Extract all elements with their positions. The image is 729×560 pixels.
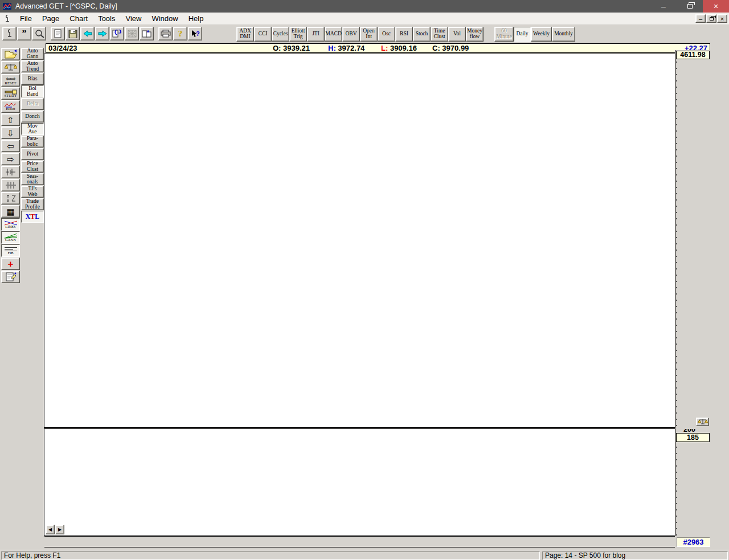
study-bias[interactable]: Bias bbox=[21, 73, 44, 85]
indicator-jti[interactable]: JTI bbox=[307, 27, 325, 42]
restore-button[interactable] bbox=[677, 0, 703, 13]
next-page-button[interactable] bbox=[95, 27, 109, 40]
study-pivot[interactable]: Pivot bbox=[21, 148, 44, 160]
minimize-button[interactable]: – bbox=[650, 0, 677, 13]
grid-tool-disabled-button bbox=[125, 27, 139, 40]
indicator-macd[interactable]: MACD bbox=[325, 27, 342, 42]
timeframe-daily[interactable]: Daily bbox=[514, 27, 531, 42]
indicator-stoch[interactable]: Stoch bbox=[413, 27, 431, 42]
properties-button[interactable] bbox=[1, 271, 20, 283]
study-xtl[interactable]: XTL bbox=[21, 211, 44, 223]
close-button[interactable]: × bbox=[703, 0, 729, 13]
oscillator-axis[interactable]: 200 185 bbox=[675, 429, 710, 536]
gann-button[interactable]: GANN bbox=[1, 231, 20, 244]
log-scale-button[interactable] bbox=[696, 418, 709, 426]
study-button-column: AutoGannAutoTrendBiasBolBandDeltaDonchMo… bbox=[21, 48, 44, 223]
fib-button[interactable]: FIB bbox=[1, 244, 20, 257]
study-movave[interactable]: MovAve bbox=[21, 123, 44, 135]
projected-high-value: 4611.98 bbox=[676, 51, 710, 59]
toolbar: ”*?? ADXDMICCICyclesElliottTrigJTIMACDOB… bbox=[0, 25, 729, 43]
close-value: C: 3970.99 bbox=[432, 44, 469, 52]
indicator-rsi[interactable]: RSI bbox=[395, 27, 413, 42]
open-chart-button[interactable] bbox=[1, 48, 20, 60]
menu-tools[interactable]: Tools bbox=[93, 13, 120, 24]
study-autogann[interactable]: AutoGann bbox=[21, 48, 44, 60]
menu-window[interactable]: Window bbox=[146, 13, 183, 24]
oscillator-chart[interactable] bbox=[44, 429, 675, 536]
compress-bars-button[interactable] bbox=[1, 166, 20, 178]
study-seas-onals[interactable]: Seas-onals bbox=[21, 173, 44, 185]
context-help-button[interactable]: ? bbox=[188, 27, 202, 40]
menu-file[interactable]: File bbox=[15, 13, 37, 24]
menu-bar: FilePageChartToolsViewWindowHelp – × bbox=[0, 13, 729, 25]
study-button[interactable]: STUDY bbox=[1, 87, 20, 100]
child-minimize-button[interactable]: – bbox=[695, 14, 706, 23]
study-para-bolic[interactable]: Para-bolic bbox=[21, 136, 44, 148]
arrow-up-button[interactable]: ⇧ bbox=[1, 113, 20, 126]
arrow-down-button[interactable]: ⇩ bbox=[1, 126, 20, 139]
menu-view[interactable]: View bbox=[120, 13, 146, 24]
prev-page-icon bbox=[83, 30, 93, 38]
price-axis[interactable]: 4611.98 bbox=[675, 50, 710, 427]
print-button[interactable] bbox=[158, 27, 173, 40]
indicator-vol[interactable]: Vol bbox=[448, 27, 466, 42]
elliott-button[interactable]: Elliott bbox=[1, 100, 20, 113]
indicator-cci[interactable]: CCI bbox=[254, 27, 272, 42]
quote-date: 03/24/23 bbox=[48, 44, 77, 52]
menu-chart[interactable]: Chart bbox=[64, 13, 93, 24]
menu-page[interactable]: Page bbox=[37, 13, 64, 24]
study-autotrend[interactable]: AutoTrend bbox=[21, 60, 44, 72]
fib-label: FIB bbox=[7, 251, 13, 255]
help-button[interactable]: ? bbox=[173, 27, 187, 40]
indicator-moneyflow[interactable]: Moneyflow bbox=[466, 27, 484, 42]
price-axis-minor-ticks bbox=[676, 50, 677, 427]
pin-tool-button[interactable] bbox=[2, 27, 17, 40]
grid-icon: ▦ bbox=[6, 207, 14, 216]
study-priceclust[interactable]: PriceClust bbox=[21, 161, 44, 173]
tab-scroll-left-button[interactable]: ◀ bbox=[46, 525, 55, 534]
magnify-tool-button[interactable] bbox=[32, 27, 46, 40]
indicator-osc[interactable]: Osc bbox=[378, 27, 395, 42]
study-donch[interactable]: Donch bbox=[21, 111, 44, 122]
scales-button[interactable] bbox=[1, 61, 20, 73]
expand-bars-button[interactable] bbox=[1, 179, 20, 191]
quote-tool-button[interactable]: ” bbox=[17, 27, 31, 40]
magnify-tool-icon bbox=[34, 29, 44, 38]
indicator-obv[interactable]: OBV bbox=[342, 27, 360, 42]
title-bar: Advanced GET - [^GSPC, Daily] – × bbox=[0, 0, 729, 13]
refresh-page-button[interactable] bbox=[110, 27, 124, 40]
lines-button[interactable]: LINES bbox=[1, 218, 20, 231]
child-restore-button[interactable] bbox=[706, 14, 716, 23]
timeframe-weekly[interactable]: Weekly bbox=[531, 27, 552, 42]
child-restore-icon bbox=[710, 17, 714, 21]
arrow-left-button[interactable]: ⇦ bbox=[1, 140, 20, 152]
advanced-get-window: Advanced GET - [^GSPC, Daily] – × FilePa… bbox=[0, 0, 729, 560]
arrow-right-button[interactable]: ⇨ bbox=[1, 153, 20, 165]
reset-button[interactable]: ⇦⇨RESET bbox=[1, 74, 20, 87]
save-page-button[interactable] bbox=[65, 27, 80, 40]
prev-page-button[interactable] bbox=[80, 27, 95, 40]
study-tradeprofile[interactable]: TradeProfile bbox=[21, 198, 44, 210]
quote-tool-icon: ” bbox=[22, 28, 27, 39]
vertical-scale-button[interactable] bbox=[1, 192, 20, 205]
lines-label: LINES bbox=[5, 225, 15, 229]
indicator-cycles[interactable]: Cycles bbox=[272, 27, 289, 42]
indicator-openint[interactable]: OpenInt bbox=[360, 27, 378, 42]
grid-button[interactable]: ▦ bbox=[1, 205, 20, 218]
new-page-button[interactable] bbox=[51, 27, 65, 40]
price-chart[interactable] bbox=[44, 54, 675, 427]
indicator-adxdmi[interactable]: ADXDMI bbox=[236, 27, 254, 42]
indicator-timeclust[interactable]: TimeClust bbox=[431, 27, 448, 42]
tile-pages-button[interactable]: * bbox=[140, 27, 154, 40]
indicator-elliotttrig[interactable]: ElliottTrig bbox=[289, 27, 307, 42]
menu-help[interactable]: Help bbox=[183, 13, 209, 24]
child-close-button[interactable]: × bbox=[717, 14, 727, 23]
study-bolband[interactable]: BolBand bbox=[21, 85, 44, 97]
timeframe-monthly[interactable]: Monthly bbox=[552, 27, 575, 42]
study-tj-sweb[interactable]: TJ'sWeb bbox=[21, 186, 44, 198]
scales-icon bbox=[4, 63, 18, 72]
price-chart-area[interactable] bbox=[44, 54, 675, 427]
tab-scroll-right-button[interactable]: ▶ bbox=[55, 525, 64, 534]
oscillator-panel[interactable] bbox=[44, 429, 675, 536]
crosshair-button[interactable]: + bbox=[1, 257, 20, 270]
